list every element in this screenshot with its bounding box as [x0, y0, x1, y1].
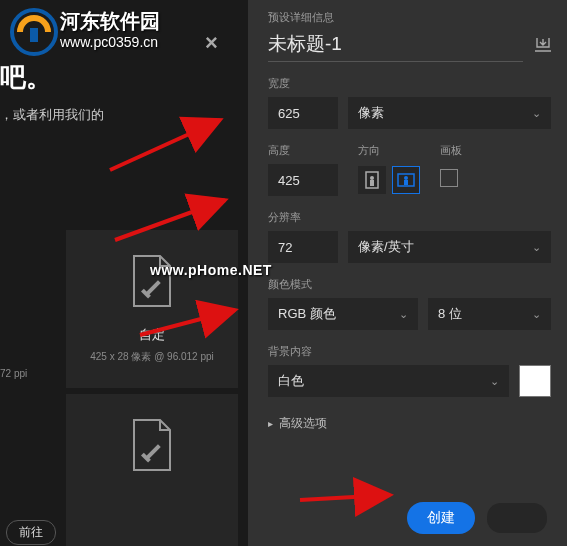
- save-preset-icon[interactable]: [535, 38, 551, 55]
- preset-tile-custom[interactable]: 自定 425 x 28 像素 @ 96.012 ppi: [66, 230, 238, 388]
- colormode-label: 颜色模式: [268, 277, 551, 292]
- svg-rect-11: [30, 28, 38, 42]
- resolution-unit-dropdown[interactable]: 像素/英寸 ⌄: [348, 231, 551, 263]
- orientation-portrait-button[interactable]: [358, 166, 386, 194]
- resolution-label: 分辨率: [268, 210, 551, 225]
- advanced-options-label: 高级选项: [279, 416, 327, 430]
- tile-meta: 425 x 28 像素 @ 96.012 ppi: [66, 350, 238, 364]
- chevron-down-icon: ⌄: [532, 107, 541, 120]
- width-input[interactable]: [268, 97, 338, 129]
- chevron-down-icon: ⌄: [532, 241, 541, 254]
- orientation-label: 方向: [358, 143, 420, 158]
- height-label: 高度: [268, 143, 338, 158]
- left-meta-text: 72 ppi: [0, 368, 27, 379]
- document-icon: [130, 418, 174, 472]
- artboard-checkbox[interactable]: [440, 169, 458, 187]
- svg-rect-6: [370, 180, 374, 186]
- create-button[interactable]: 创建: [407, 502, 475, 534]
- width-unit-dropdown[interactable]: 像素 ⌄: [348, 97, 551, 129]
- right-pane: 预设详细信息 未标题-1 宽度 像素 ⌄ 高度 方向: [248, 0, 567, 546]
- preset-tile-2[interactable]: [66, 394, 238, 546]
- watermark-site-url: www.pc0359.cn: [60, 34, 158, 50]
- width-label: 宽度: [268, 76, 551, 91]
- close-icon[interactable]: ×: [205, 30, 218, 56]
- chevron-down-icon: ⌄: [399, 308, 408, 321]
- background-dropdown[interactable]: 白色 ⌄: [268, 365, 509, 397]
- svg-rect-9: [404, 180, 408, 185]
- watermark-center: www.pHome.NET: [150, 262, 272, 278]
- goto-button[interactable]: 前往: [6, 520, 56, 545]
- height-input[interactable]: [268, 164, 338, 196]
- dropdown-value: 8 位: [438, 305, 462, 323]
- watermark-site-name: 河东软件园: [60, 8, 160, 35]
- dropdown-value: 白色: [278, 372, 304, 390]
- chevron-down-icon: ⌄: [490, 375, 499, 388]
- preset-info-label: 预设详细信息: [268, 10, 551, 25]
- advanced-options-toggle[interactable]: ▸高级选项: [268, 415, 551, 432]
- colormode-dropdown[interactable]: RGB 颜色 ⌄: [268, 298, 418, 330]
- tile-label: 自定: [66, 326, 238, 344]
- document-title-input[interactable]: 未标题-1: [268, 31, 523, 62]
- orientation-landscape-button[interactable]: [392, 166, 420, 194]
- background-color-swatch[interactable]: [519, 365, 551, 397]
- svg-point-8: [404, 176, 408, 180]
- secondary-button[interactable]: [487, 503, 547, 533]
- chevron-down-icon: ⌄: [532, 308, 541, 321]
- dropdown-value: 像素: [358, 104, 384, 122]
- triangle-right-icon: ▸: [268, 418, 273, 429]
- background-label: 背景内容: [268, 344, 551, 359]
- artboard-label: 画板: [440, 143, 462, 158]
- dropdown-value: 像素/英寸: [358, 238, 414, 256]
- watermark-logo-icon: [10, 8, 58, 56]
- colordepth-dropdown[interactable]: 8 位 ⌄: [428, 298, 551, 330]
- resolution-input[interactable]: [268, 231, 338, 263]
- left-heading: 吧。: [0, 60, 52, 95]
- dropdown-value: RGB 颜色: [278, 305, 336, 323]
- svg-point-5: [370, 176, 374, 180]
- left-subtext: ，或者利用我们的: [0, 106, 104, 124]
